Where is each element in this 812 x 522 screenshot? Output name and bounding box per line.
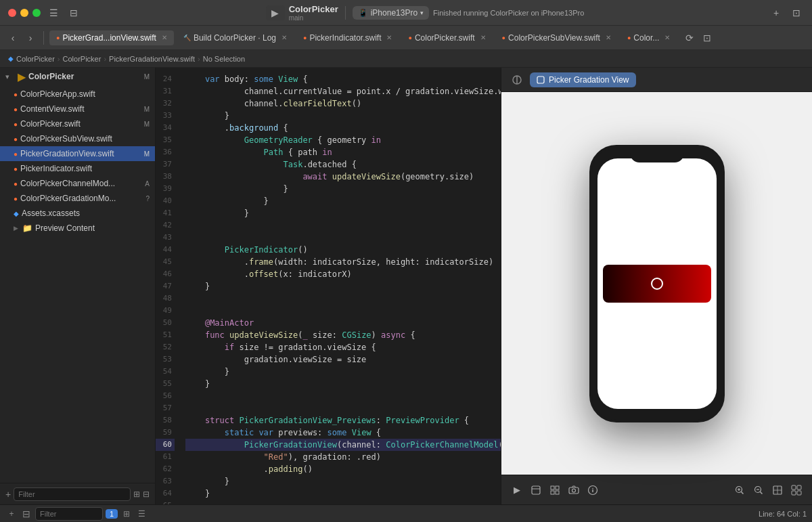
sidebar-item-colorpicker[interactable]: ● ColorPicker.swift M: [0, 116, 155, 131]
tab-color-more[interactable]: ● Color... ✕: [621, 30, 677, 45]
sidebar-item-colorpickerapp[interactable]: ● ColorPickerApp.swift: [0, 87, 155, 102]
tab-build-log[interactable]: 🔨 Build ColorPicker · Log ✕: [177, 30, 294, 45]
breadcrumb-selection[interactable]: No Selection: [203, 55, 245, 63]
svg-rect-26: [792, 491, 796, 495]
info-icon[interactable]: [585, 483, 600, 498]
nav-back-icon[interactable]: ‹: [5, 30, 20, 45]
line-num: 59: [156, 427, 175, 439]
plus-icon[interactable]: +: [769, 5, 784, 20]
bottom-left: + ⊟ 1 ⊞ ☰: [5, 507, 148, 521]
svg-rect-3: [532, 486, 540, 494]
tab-picker-grad[interactable]: ● PickerGrad...ionView.swift ✕: [49, 30, 174, 45]
zoom-in-button[interactable]: [732, 483, 747, 498]
tab-color-picker[interactable]: ● ColorPicker.swift ✕: [401, 30, 492, 45]
tab-swift-icon: ●: [303, 35, 307, 41]
code-line-highlighted: PickerGradationView(channel: ColorPicker…: [185, 439, 501, 451]
indicator-circle: [651, 278, 663, 290]
filter-input[interactable]: [14, 487, 131, 501]
sidebar-item-preview-content[interactable]: ▶ 📁 Preview Content: [0, 221, 155, 236]
sidebar-item-pickergradationview[interactable]: ● PickerGradationView.swift M: [0, 146, 155, 161]
code-line: }: [185, 475, 501, 487]
tab-close-icon[interactable]: ✕: [281, 34, 287, 41]
tab-close-icon[interactable]: ✕: [606, 34, 611, 41]
camera-icon[interactable]: [566, 483, 581, 498]
sidebar-item-colorpickerchannelmod[interactable]: ● ColorPickerChannelMod... A: [0, 176, 155, 191]
code-line: Task.detached {: [185, 158, 501, 171]
device-selector[interactable]: 📱 iPhone13Pro ▾: [353, 6, 429, 20]
line-num: 36: [156, 146, 175, 158]
line-num: 62: [156, 463, 175, 475]
file-name: ColorPickerSubView.swift: [20, 134, 112, 144]
sidebar-footer: + ⊞ ⊟: [0, 483, 155, 504]
breadcrumb-sep1: ›: [58, 55, 60, 63]
preview-pin-button[interactable]: [510, 72, 524, 87]
breadcrumb-group[interactable]: ColorPicker: [63, 55, 102, 63]
navigator-icon[interactable]: ⊟: [66, 5, 81, 20]
sidebar-item-colorpickersubview[interactable]: ● ColorPickerSubView.swift: [0, 131, 155, 146]
code-line: .background {: [185, 122, 501, 134]
split-icon[interactable]: ⊡: [789, 5, 804, 20]
file-name: PickerGradationView.swift: [20, 149, 114, 158]
line-num: 54: [156, 366, 175, 378]
tab-close-icon[interactable]: ✕: [386, 34, 392, 41]
code-lines[interactable]: var body: some View { channel.currentVal…: [180, 68, 501, 504]
code-line: }: [185, 366, 501, 378]
code-line: await updateViewSize(geometry.size): [185, 171, 501, 183]
maximize-button[interactable]: [32, 9, 41, 17]
svg-rect-24: [792, 485, 796, 490]
code-line: .offset(x: indicatorX): [185, 268, 501, 280]
tab-color-picker-sub[interactable]: ● ColorPickerSubView.swift ✕: [495, 30, 618, 45]
code-line: GeometryReader { geometry in: [185, 134, 501, 146]
nav-forward-icon[interactable]: ›: [23, 30, 38, 45]
line-num: 32: [156, 97, 175, 110]
tab-close-icon[interactable]: ✕: [480, 34, 486, 41]
sidebar-item-assets[interactable]: ◆ Assets.xcassets: [0, 206, 155, 221]
add-icon[interactable]: +: [5, 508, 18, 520]
inspect-icon[interactable]: [528, 483, 543, 498]
line-num: 63: [156, 475, 175, 487]
refresh-icon[interactable]: ⟳: [682, 30, 697, 45]
line-num: 41: [156, 207, 175, 219]
tab-picker-indicator[interactable]: ● PickerIndicator.swift ✕: [296, 30, 399, 45]
tab-swift-icon: ●: [56, 35, 60, 41]
sidebar-item-contentview[interactable]: ● ContentView.swift M: [0, 102, 155, 116]
sort-icon[interactable]: ⊟: [143, 490, 150, 499]
minimize-button[interactable]: [20, 9, 28, 17]
preview-title-button[interactable]: Picker Gradation View: [530, 72, 636, 87]
line-num: 24: [156, 73, 175, 85]
list-view-icon[interactable]: ☰: [135, 508, 148, 520]
code-line: @MainActor: [185, 317, 501, 329]
sidebar-item-colorpickergradationmo[interactable]: ● ColorPickerGradationMo... ?: [0, 191, 155, 206]
line-num: 40: [156, 195, 175, 207]
svg-point-10: [572, 489, 576, 492]
code-line: struct PickerGradationView_Previews: Pre…: [185, 414, 501, 427]
sidebar-item-pickerindicator[interactable]: ● PickerIndicator.swift: [0, 161, 155, 176]
minus-icon[interactable]: ⊟: [20, 508, 32, 520]
group-chevron[interactable]: ▾: [5, 72, 15, 81]
file-name: Preview Content: [35, 223, 95, 233]
code-area[interactable]: 24 31 32 33 34 35 36 37 38 39 40 41 42 4…: [156, 68, 501, 504]
code-line: channel.currentValue = point.x / gradati…: [185, 85, 501, 97]
arrange-button[interactable]: [789, 483, 804, 498]
grid-icon[interactable]: ⊞: [133, 490, 140, 499]
plus-icon[interactable]: +: [5, 489, 11, 500]
grid-view-icon[interactable]: ⊞: [120, 508, 133, 520]
grid-icon[interactable]: [547, 483, 562, 498]
fit-button[interactable]: [770, 483, 785, 498]
layout-icon[interactable]: ⊡: [700, 30, 715, 45]
zoom-out-button[interactable]: [751, 483, 766, 498]
preview-bottom: ▶: [501, 475, 812, 504]
breadcrumb-project[interactable]: ColorPicker: [16, 55, 55, 63]
svg-rect-27: [797, 491, 801, 495]
sidebar-toggle-icon[interactable]: ☰: [46, 5, 61, 20]
code-line: }: [185, 195, 501, 207]
play-icon[interactable]: ▶: [510, 483, 524, 498]
tab-close-icon[interactable]: ✕: [162, 34, 167, 41]
filter-input[interactable]: [35, 507, 103, 521]
breadcrumb-file[interactable]: PickerGradationView.swift: [109, 55, 195, 63]
run-button[interactable]: ▶: [266, 5, 285, 20]
code-line: }: [185, 280, 501, 292]
close-button[interactable]: [8, 9, 16, 17]
file-name: Assets.xcassets: [22, 209, 80, 218]
tab-close-icon[interactable]: ✕: [664, 34, 670, 41]
